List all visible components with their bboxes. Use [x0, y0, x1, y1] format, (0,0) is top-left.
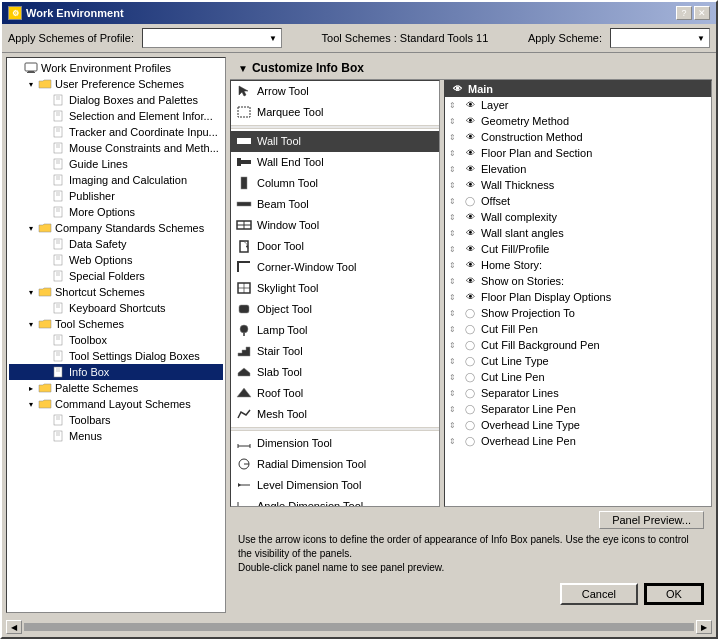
- tree-item-palette-schemes[interactable]: ▸Palette Schemes: [9, 380, 223, 396]
- tree-expander-command-layout[interactable]: ▾: [25, 398, 37, 410]
- visibility-icon-wall-slant-angles[interactable]: [462, 227, 478, 239]
- visibility-icon-separator-line-pen[interactable]: [462, 403, 478, 415]
- visibility-icon-main[interactable]: [449, 83, 465, 95]
- visibility-icon-layer[interactable]: [462, 99, 478, 111]
- tree-panel[interactable]: Work Environment Profiles▾User Preferenc…: [6, 57, 226, 613]
- tree-item-more-options[interactable]: More Options: [9, 204, 223, 220]
- visibility-icon-cut-fill-bg-pen[interactable]: [462, 339, 478, 351]
- visibility-icon-show-on-stories[interactable]: [462, 275, 478, 287]
- tree-item-publisher[interactable]: Publisher: [9, 188, 223, 204]
- tree-item-user-pref-schemes[interactable]: ▾User Preference Schemes: [9, 76, 223, 92]
- panel-item-wall-thickness[interactable]: ⇕Wall Thickness: [445, 177, 711, 193]
- panel-item-cut-fill-pen[interactable]: ⇕Cut Fill Pen: [445, 321, 711, 337]
- tree-item-guide-lines[interactable]: Guide Lines: [9, 156, 223, 172]
- panel-item-show-on-stories[interactable]: ⇕Show on Stories:: [445, 273, 711, 289]
- tree-expander-company-standards[interactable]: ▾: [25, 222, 37, 234]
- tree-item-mouse-constraints[interactable]: Mouse Constraints and Meth...: [9, 140, 223, 156]
- panel-item-wall-complexity[interactable]: ⇕Wall complexity: [445, 209, 711, 225]
- tool-item-object-tool[interactable]: Object Tool: [231, 299, 439, 320]
- panel-item-home-story[interactable]: ⇕Home Story:: [445, 257, 711, 273]
- panel-item-separator-lines[interactable]: ⇕Separator Lines: [445, 385, 711, 401]
- tree-item-keyboard-shortcuts[interactable]: Keyboard Shortcuts: [9, 300, 223, 316]
- tree-item-shortcut-schemes[interactable]: ▾Shortcut Schemes: [9, 284, 223, 300]
- tree-item-web-options[interactable]: Web Options: [9, 252, 223, 268]
- panel-item-floor-plan-section[interactable]: ⇕Floor Plan and Section: [445, 145, 711, 161]
- tree-expander-shortcut-schemes[interactable]: ▾: [25, 286, 37, 298]
- tool-item-window-tool[interactable]: Window Tool: [231, 215, 439, 236]
- tree-item-menus[interactable]: Menus: [9, 428, 223, 444]
- visibility-icon-construction-method[interactable]: [462, 131, 478, 143]
- visibility-icon-floor-plan-display[interactable]: [462, 291, 478, 303]
- visibility-icon-wall-complexity[interactable]: [462, 211, 478, 223]
- panel-item-cut-fill-bg-pen[interactable]: ⇕Cut Fill Background Pen: [445, 337, 711, 353]
- panel-item-cut-line-pen[interactable]: ⇕Cut Line Pen: [445, 369, 711, 385]
- panel-item-cut-line-type[interactable]: ⇕Cut Line Type: [445, 353, 711, 369]
- tree-item-imaging-calculation[interactable]: Imaging and Calculation: [9, 172, 223, 188]
- tool-item-door-tool[interactable]: Door Tool: [231, 236, 439, 257]
- panel-item-wall-slant-angles[interactable]: ⇕Wall slant angles: [445, 225, 711, 241]
- scroll-right-button[interactable]: ▶: [696, 620, 712, 634]
- help-button[interactable]: ?: [676, 6, 692, 20]
- tool-item-marquee-tool[interactable]: Marquee Tool: [231, 102, 439, 123]
- tree-item-tracker-coordinate[interactable]: Tracker and Coordinate Inpu...: [9, 124, 223, 140]
- tool-item-level-dimension-tool[interactable]: Level Dimension Tool: [231, 475, 439, 496]
- ok-button[interactable]: OK: [644, 583, 704, 605]
- panel-item-overhead-line-pen[interactable]: ⇕Overhead Line Pen: [445, 433, 711, 449]
- visibility-icon-cut-line-type[interactable]: [462, 355, 478, 367]
- tree-item-dialog-boxes[interactable]: Dialog Boxes and Palettes: [9, 92, 223, 108]
- panel-item-separator-line-pen[interactable]: ⇕Separator Line Pen: [445, 401, 711, 417]
- tree-item-tool-schemes[interactable]: ▾Tool Schemes: [9, 316, 223, 332]
- tool-item-corner-window-tool[interactable]: Corner-Window Tool: [231, 257, 439, 278]
- panel-item-floor-plan-display[interactable]: ⇕Floor Plan Display Options: [445, 289, 711, 305]
- panel-item-elevation[interactable]: ⇕Elevation: [445, 161, 711, 177]
- tree-item-selection-element[interactable]: Selection and Element Infor...: [9, 108, 223, 124]
- scroll-track[interactable]: [24, 623, 694, 631]
- visibility-icon-wall-thickness[interactable]: [462, 179, 478, 191]
- panel-preview-button[interactable]: Panel Preview...: [599, 511, 704, 529]
- visibility-icon-home-story[interactable]: [462, 259, 478, 271]
- panel-item-show-projection-to[interactable]: ⇕Show Projection To: [445, 305, 711, 321]
- tool-item-arrow-tool[interactable]: Arrow Tool: [231, 81, 439, 102]
- tree-expander-user-pref-schemes[interactable]: ▾: [25, 78, 37, 90]
- panel-item-offset[interactable]: ⇕Offset: [445, 193, 711, 209]
- tool-item-lamp-tool[interactable]: Lamp Tool: [231, 320, 439, 341]
- visibility-icon-offset[interactable]: [462, 195, 478, 207]
- tree-item-toolbars[interactable]: Toolbars: [9, 412, 223, 428]
- tree-item-special-folders[interactable]: Special Folders: [9, 268, 223, 284]
- customize-collapse-arrow[interactable]: ▼: [238, 63, 248, 74]
- panel-item-layer[interactable]: ⇕Layer: [445, 97, 711, 113]
- visibility-icon-overhead-line-type[interactable]: [462, 419, 478, 431]
- tree-item-info-box[interactable]: Info Box: [9, 364, 223, 380]
- panel-item-overhead-line-type[interactable]: ⇕Overhead Line Type: [445, 417, 711, 433]
- tree-item-company-standards[interactable]: ▾Company Standards Schemes: [9, 220, 223, 236]
- tool-item-roof-tool[interactable]: Roof Tool: [231, 383, 439, 404]
- scroll-left-button[interactable]: ◀: [6, 620, 22, 634]
- close-button[interactable]: ✕: [694, 6, 710, 20]
- tree-item-work-env-profiles[interactable]: Work Environment Profiles: [9, 60, 223, 76]
- tool-item-wall-end-tool[interactable]: Wall End Tool: [231, 152, 439, 173]
- tool-item-angle-dimension-tool[interactable]: Angle Dimension Tool: [231, 496, 439, 507]
- tree-item-toolbox[interactable]: Toolbox: [9, 332, 223, 348]
- visibility-icon-show-projection-to[interactable]: [462, 307, 478, 319]
- apply-scheme-dropdown[interactable]: ▼: [610, 28, 710, 48]
- apply-schemes-dropdown[interactable]: ▼: [142, 28, 282, 48]
- tree-item-data-safety[interactable]: Data Safety: [9, 236, 223, 252]
- visibility-icon-elevation[interactable]: [462, 163, 478, 175]
- visibility-icon-cut-line-pen[interactable]: [462, 371, 478, 383]
- tool-list[interactable]: Arrow ToolMarquee ToolWall ToolWall End …: [230, 80, 440, 507]
- visibility-icon-cut-fill-pen[interactable]: [462, 323, 478, 335]
- tool-item-wall-tool[interactable]: Wall Tool: [231, 131, 439, 152]
- visibility-icon-floor-plan-section[interactable]: [462, 147, 478, 159]
- tool-item-slab-tool[interactable]: Slab Tool: [231, 362, 439, 383]
- tree-item-command-layout[interactable]: ▾Command Layout Schemes: [9, 396, 223, 412]
- panel-item-main[interactable]: Main: [445, 81, 711, 97]
- tool-item-radial-dimension-tool[interactable]: Radial Dimension Tool: [231, 454, 439, 475]
- panel-item-construction-method[interactable]: ⇕Construction Method: [445, 129, 711, 145]
- visibility-icon-separator-lines[interactable]: [462, 387, 478, 399]
- visibility-icon-geometry-method[interactable]: [462, 115, 478, 127]
- tree-item-tool-settings[interactable]: Tool Settings Dialog Boxes: [9, 348, 223, 364]
- tool-item-dimension-tool[interactable]: Dimension Tool: [231, 433, 439, 454]
- tool-item-mesh-tool[interactable]: Mesh Tool: [231, 404, 439, 425]
- tool-item-beam-tool[interactable]: Beam Tool: [231, 194, 439, 215]
- visibility-icon-overhead-line-pen[interactable]: [462, 435, 478, 447]
